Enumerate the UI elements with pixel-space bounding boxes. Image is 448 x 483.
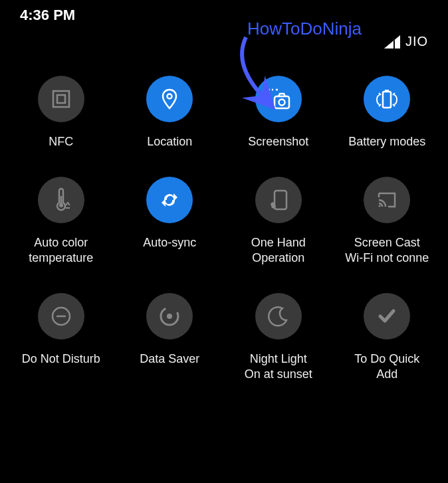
- tile-label: Night Light On at sunset: [245, 351, 312, 383]
- thermometer-icon: [38, 177, 84, 223]
- dnd-icon: [38, 293, 84, 339]
- screenshot-icon: [255, 76, 302, 122]
- one-hand-icon: [255, 177, 302, 223]
- carrier-label: JIO: [405, 34, 428, 49]
- tile-label: Location: [147, 134, 192, 150]
- svg-rect-6: [385, 90, 389, 92]
- svg-point-14: [167, 314, 172, 319]
- nfc-icon: [38, 76, 84, 122]
- tile-battery-modes[interactable]: Battery modes: [333, 76, 442, 150]
- tile-todo-quick-add[interactable]: To Do Quick Add: [333, 293, 442, 383]
- tile-auto-sync[interactable]: Auto-sync: [116, 177, 225, 266]
- tile-do-not-disturb[interactable]: Do Not Disturb: [7, 293, 116, 383]
- tile-label: Auto-sync: [143, 235, 196, 251]
- status-bar: 4:36 PM: [0, 0, 448, 27]
- location-icon: [146, 76, 193, 122]
- tile-location[interactable]: Location: [116, 76, 225, 150]
- tile-screen-cast[interactable]: Screen Cast Wi-Fi not conne: [333, 177, 442, 266]
- svg-point-2: [168, 94, 172, 99]
- tile-label: NFC: [49, 134, 73, 150]
- svg-point-4: [279, 100, 284, 106]
- tile-label: Screenshot: [248, 134, 308, 150]
- tile-label: One Hand Operation: [251, 235, 306, 266]
- status-time: 4:36 PM: [20, 7, 75, 24]
- tile-nfc[interactable]: NFC: [7, 76, 116, 150]
- battery-icon: [364, 76, 410, 122]
- tile-night-light[interactable]: Night Light On at sunset: [224, 293, 333, 383]
- quick-settings-grid: NFC Location Screenshot: [0, 59, 448, 383]
- svg-rect-3: [275, 96, 289, 108]
- tile-label: Auto color temperature: [29, 235, 93, 266]
- tile-label: Screen Cast Wi-Fi not conne: [345, 235, 429, 266]
- svg-rect-5: [383, 92, 391, 108]
- tile-one-hand-operation[interactable]: One Hand Operation: [224, 177, 333, 266]
- cast-icon: [364, 177, 410, 223]
- tile-data-saver[interactable]: Data Saver: [116, 293, 225, 383]
- signal-icon: [384, 35, 400, 48]
- tile-auto-color-temperature[interactable]: Auto color temperature: [7, 177, 116, 266]
- tile-label: To Do Quick Add: [354, 351, 419, 383]
- moon-icon: [255, 293, 302, 339]
- checkmark-icon: [364, 293, 410, 339]
- svg-rect-1: [57, 95, 65, 103]
- tile-label: Battery modes: [348, 134, 425, 150]
- svg-rect-9: [275, 191, 286, 209]
- sync-icon: [146, 177, 193, 223]
- svg-point-10: [379, 205, 381, 207]
- tile-screenshot[interactable]: Screenshot: [224, 76, 333, 150]
- tile-label: Do Not Disturb: [22, 351, 100, 367]
- svg-rect-0: [53, 91, 69, 107]
- annotation-text: HowToDoNinja: [247, 19, 362, 39]
- tile-label: Data Saver: [140, 351, 199, 367]
- data-saver-icon: [146, 293, 193, 339]
- carrier-row: JIO: [0, 27, 448, 59]
